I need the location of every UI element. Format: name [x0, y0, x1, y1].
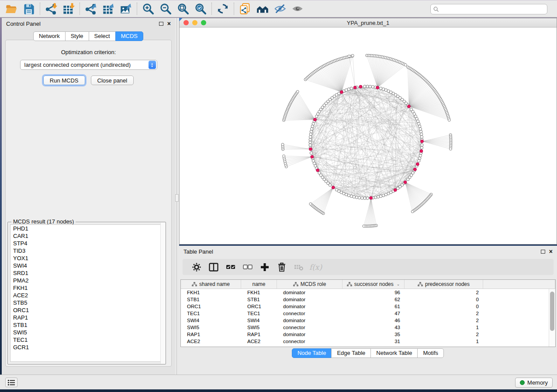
mcds-result-item[interactable]: YOX1	[10, 254, 163, 262]
cell-name: TEC1	[241, 311, 277, 316]
tab-edge-table[interactable]: Edge Table	[331, 348, 371, 358]
mcds-list-scrollbar[interactable]	[160, 223, 165, 364]
mcds-result-item[interactable]: GCR1	[10, 344, 163, 351]
deselect-all-button[interactable]	[239, 261, 256, 274]
mcds-result-item[interactable]: TID3	[10, 247, 163, 254]
export-table-icon	[102, 3, 114, 15]
mcds-result-groupbox: MCDS result (17 nodes) PHD1CAR1STP4TID3Y…	[7, 222, 166, 364]
column-header-successor-nodes[interactable]: successor nodes⌄	[343, 280, 405, 289]
criterion-select[interactable]: largest connected component (undirected)…	[20, 60, 157, 70]
tab-mcds[interactable]: MCDS	[115, 31, 143, 41]
column-type-icon	[192, 282, 197, 286]
column-header-shared-name[interactable]: shared name	[181, 280, 241, 289]
table-row[interactable]: FKH1FKH1dominator962	[181, 289, 549, 296]
close-table-panel-icon[interactable]: ×	[549, 249, 553, 254]
table-row[interactable]: ACE2ACE2connector311	[181, 338, 549, 345]
pane-divider-handle[interactable]	[175, 194, 179, 202]
mcds-result-item[interactable]: SWI5	[10, 329, 163, 336]
zoom-selected-button[interactable]	[192, 1, 209, 16]
cell-name: YOX1	[241, 346, 277, 347]
show-all-button[interactable]	[289, 1, 306, 16]
task-history-button[interactable]	[5, 378, 17, 387]
column-header-name[interactable]: name	[241, 280, 277, 289]
float-table-panel-icon[interactable]	[541, 250, 545, 254]
table-row[interactable]: SWI5SWI5connector431	[181, 324, 549, 331]
mcds-result-item[interactable]: FKH1	[10, 284, 163, 292]
table-row[interactable]: RAP1RAP1dominator352	[181, 331, 549, 338]
mcds-result-item[interactable]: SRD1	[10, 269, 163, 277]
tab-node-table[interactable]: Node Table	[292, 348, 332, 358]
memory-button[interactable]: Memory	[515, 378, 553, 388]
column-header-MCDS-role[interactable]: MCDS role	[277, 280, 343, 289]
add-column-button[interactable]	[256, 261, 273, 274]
export-network-button[interactable]	[82, 1, 100, 16]
delete-columns-button[interactable]	[273, 261, 290, 274]
mcds-result-item[interactable]: ACE2	[10, 292, 163, 299]
hide-selected-icon	[274, 3, 286, 15]
table-panel: Table Panel × f(x) shared namenameMCDS r…	[179, 246, 557, 375]
mcds-result-item[interactable]: STB1	[10, 321, 163, 329]
run-mcds-button[interactable]: Run MCDS	[43, 76, 85, 85]
mcds-result-item[interactable]: SWI4	[10, 262, 163, 269]
zoom-out-button[interactable]	[157, 1, 174, 16]
tab-network-table[interactable]: Network Table	[370, 348, 418, 358]
duplicate-network-button[interactable]	[236, 1, 254, 16]
zoom-fit-button[interactable]	[174, 1, 192, 16]
mcds-result-item[interactable]: PHD1	[10, 225, 163, 232]
gear-button[interactable]	[188, 261, 205, 274]
cell-successor-nodes: 61	[343, 304, 405, 309]
tab-motifs[interactable]: Motifs	[417, 348, 444, 358]
table-row[interactable]: SWI4SWI4dominator462	[181, 317, 549, 324]
mcds-result-item[interactable]: ORC1	[10, 306, 163, 314]
tab-network[interactable]: Network	[33, 31, 66, 41]
first-neighbors-button[interactable]	[254, 1, 271, 16]
export-table-button[interactable]	[100, 1, 117, 16]
table-row[interactable]: ORC1ORC1dominator610	[181, 303, 549, 310]
mcds-result-item[interactable]: CAR1	[10, 232, 163, 240]
import-table-button[interactable]	[60, 1, 77, 16]
close-panel-button[interactable]: Close panel	[91, 76, 134, 85]
tab-select[interactable]: Select	[89, 31, 116, 41]
import-network-icon	[45, 3, 57, 15]
import-network-button[interactable]	[42, 1, 60, 16]
float-panel-icon[interactable]	[159, 22, 163, 26]
table-scrollbar-thumb[interactable]	[550, 292, 554, 331]
cell-MCDS-role: connector	[277, 311, 343, 316]
mcds-result-item[interactable]: RAP1	[10, 314, 163, 321]
table-row[interactable]: YOX1YOX1connector291	[181, 345, 549, 347]
table-row[interactable]: TEC1TEC1connector472	[181, 310, 549, 317]
open-folder-button[interactable]	[3, 1, 20, 16]
tab-style[interactable]: Style	[65, 31, 89, 41]
window-corner-marker	[179, 18, 183, 21]
mcds-result-item[interactable]: TEC1	[10, 336, 163, 344]
zoom-in-button[interactable]	[139, 1, 157, 16]
memory-label: Memory	[527, 379, 548, 386]
split-columns-button[interactable]	[205, 261, 222, 274]
hide-selected-button[interactable]	[271, 1, 289, 16]
export-image-button[interactable]	[117, 1, 135, 16]
search-input[interactable]	[441, 6, 544, 12]
cell-MCDS-role: connector	[277, 339, 343, 344]
mcds-result-item[interactable]: STB5	[10, 299, 163, 306]
save-button[interactable]	[20, 1, 38, 16]
cell-shared-name: FKH1	[181, 290, 241, 295]
duplicate-network-icon	[239, 3, 251, 15]
table-scrollbar[interactable]	[549, 289, 555, 347]
zoom-selected-icon	[194, 3, 207, 15]
pane-divider[interactable]	[175, 18, 179, 375]
mcds-result-list[interactable]: PHD1CAR1STP4TID3YOX1SWI4SRD1PMA2FKH1ACE2…	[10, 224, 163, 362]
select-all-button[interactable]	[222, 261, 239, 274]
function-icon: f(x)	[309, 263, 322, 272]
search-box[interactable]	[430, 4, 547, 14]
mcds-result-item[interactable]: STP4	[10, 240, 163, 247]
network-canvas[interactable]	[180, 28, 557, 244]
refresh-button[interactable]	[214, 1, 232, 16]
open-folder-icon	[5, 3, 17, 15]
network-graph[interactable]	[180, 28, 557, 244]
mcds-result-item[interactable]: PMA2	[10, 277, 163, 284]
close-panel-icon[interactable]: ×	[167, 21, 171, 26]
table-row[interactable]: STB1STB1dominator620	[181, 296, 549, 303]
criterion-value: largest connected component (undirected)	[24, 62, 131, 68]
cell-predecessor-nodes: 1	[405, 325, 483, 330]
column-header-predecessor-nodes[interactable]: predecessor nodes	[405, 280, 483, 289]
